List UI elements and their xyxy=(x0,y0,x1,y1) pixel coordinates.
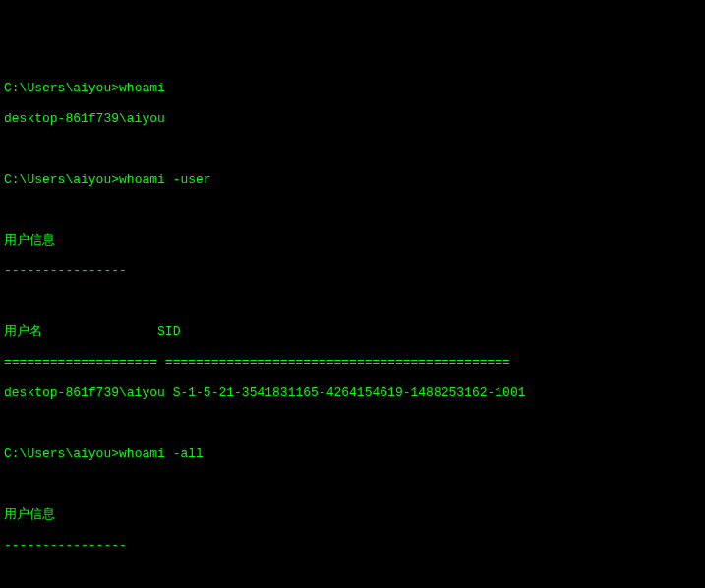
output-line: desktop-861f739\aiyou xyxy=(4,111,701,127)
separator: ---------------- xyxy=(4,264,701,279)
command: whoami -user xyxy=(119,172,211,187)
command: whoami xyxy=(119,81,165,95)
cmd-line-1: C:\Users\aiyou>whoami xyxy=(4,81,701,96)
separator-row: ==================== ===================… xyxy=(4,355,701,371)
column-headers: 用户名 SID xyxy=(4,324,701,340)
section-header: 用户信息 xyxy=(4,233,701,249)
terminal-output: C:\Users\aiyou>whoami desktop-861f739\ai… xyxy=(4,65,701,588)
cmd-line-2: C:\Users\aiyou>whoami -user xyxy=(4,172,701,188)
separator: ---------------- xyxy=(4,538,701,554)
cmd-line-3: C:\Users\aiyou>whoami -all xyxy=(4,446,701,462)
user-row: desktop-861f739\aiyou S-1-5-21-354183116… xyxy=(4,385,701,401)
command: whoami -all xyxy=(119,446,204,461)
col-username: 用户名 xyxy=(4,324,42,339)
user-value: desktop-861f739\aiyou xyxy=(4,385,165,400)
prompt: C:\Users\aiyou> xyxy=(4,81,119,95)
sid-value: S-1-5-21-3541831165-4264154619-148825316… xyxy=(173,385,526,400)
col-sid: SID xyxy=(157,324,180,339)
section-header: 用户信息 xyxy=(4,507,701,523)
prompt: C:\Users\aiyou> xyxy=(4,172,119,187)
prompt: C:\Users\aiyou> xyxy=(4,446,119,461)
